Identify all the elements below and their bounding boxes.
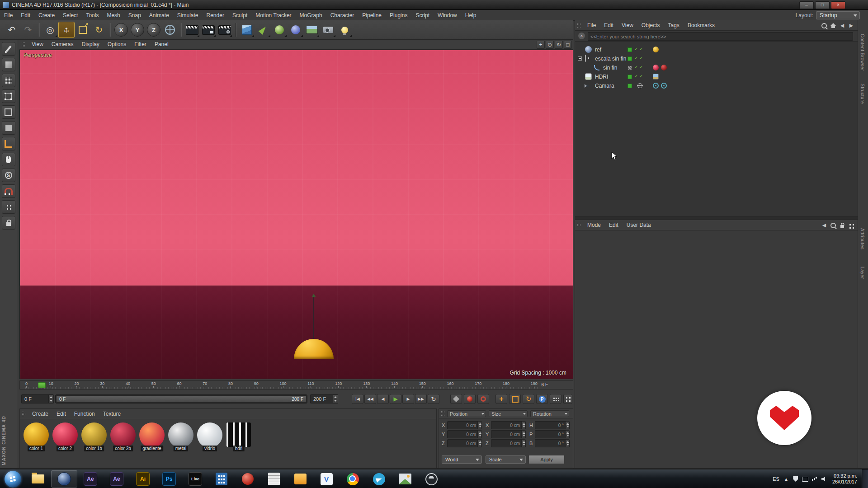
material-swatch[interactable]: [139, 422, 165, 448]
taskbar-after-effects[interactable]: Ae: [77, 470, 104, 488]
attributes-menu-item[interactable]: Mode: [583, 220, 605, 230]
menu-item[interactable]: Render: [203, 10, 228, 20]
menu-item[interactable]: Edit: [17, 10, 34, 20]
play-button[interactable]: ▶: [390, 394, 401, 404]
redo-button[interactable]: ↷: [20, 22, 36, 38]
menu-item[interactable]: MoGraph: [296, 10, 326, 20]
object-row-ref[interactable]: ref ✓ ✓: [575, 45, 858, 54]
taskbar-orange-app[interactable]: [287, 470, 313, 488]
undo-button[interactable]: ↶: [4, 22, 20, 38]
enabled-check-icon[interactable]: ✓: [634, 56, 638, 61]
viewport-canvas[interactable]: Perspective Grid Spacing : 1000 cm: [19, 50, 573, 379]
render-picture-viewer-button[interactable]: [200, 22, 217, 38]
object-manager-menu-item[interactable]: Edit: [600, 20, 618, 30]
taskbar-chrome[interactable]: [340, 470, 366, 488]
size-y-field[interactable]: 0 cm: [491, 430, 526, 438]
render-view-button[interactable]: [184, 22, 200, 38]
menu-item[interactable]: Help: [461, 10, 481, 20]
material-item[interactable]: color 1: [22, 422, 51, 463]
tab-attributes[interactable]: Attributes: [860, 228, 865, 249]
home-icon[interactable]: [830, 22, 837, 29]
taskbar-illustrator[interactable]: Ai: [130, 470, 156, 488]
object-row-hdri[interactable]: HDRI ✓ ✓: [575, 72, 858, 81]
range-end-field[interactable]: 200 F: [310, 394, 338, 404]
taskbar-ableton-live[interactable]: Live: [182, 470, 208, 488]
material-item[interactable]: hdri: [224, 422, 253, 463]
make-editable-button[interactable]: [2, 42, 15, 56]
network-icon[interactable]: [811, 476, 818, 482]
language-indicator[interactable]: ES: [773, 476, 779, 482]
points-mode-button[interactable]: [2, 89, 15, 103]
camera-tag-icon[interactable]: [661, 83, 667, 89]
layer-color-chip[interactable]: [627, 84, 632, 88]
menu-item[interactable]: Simulate: [173, 10, 203, 20]
panel-handle-icon[interactable]: [441, 411, 445, 416]
position-x-field[interactable]: 0 cm: [447, 421, 482, 429]
material-menu-item[interactable]: Create: [28, 409, 52, 419]
add-cube-button[interactable]: [239, 22, 255, 38]
texture-tag-icon[interactable]: [653, 47, 659, 52]
material-swatch[interactable]: [24, 422, 49, 448]
object-search-input[interactable]: [588, 32, 853, 41]
zoom-view-icon[interactable]: ⊙: [546, 41, 554, 49]
move-tool-button[interactable]: ↔↕: [58, 22, 75, 38]
panel-handle-icon[interactable]: [22, 411, 26, 417]
object-label[interactable]: sin fin: [603, 65, 617, 71]
stepper[interactable]: [477, 422, 481, 429]
material-item[interactable]: gradiente: [137, 422, 166, 463]
settings-icon[interactable]: [848, 222, 855, 229]
tab-structure[interactable]: Structure: [860, 84, 865, 104]
preview-range-slider[interactable]: 0 F 200 F: [55, 394, 307, 404]
object-manager-menu-item[interactable]: Objects: [637, 20, 664, 30]
viewport-camera-label[interactable]: Perspective: [24, 52, 52, 58]
panel-splitter[interactable]: [575, 216, 858, 220]
enabled-check-icon[interactable]: ✓: [634, 65, 638, 70]
coordinate-system-button[interactable]: [162, 22, 178, 38]
position-y-field[interactable]: 0 cm: [447, 430, 482, 438]
deformer-button[interactable]: [288, 22, 304, 38]
edges-mode-button[interactable]: [2, 105, 15, 119]
texture-tag-icon[interactable]: [653, 65, 659, 70]
minimize-button[interactable]: [799, 1, 814, 9]
prev-frame-button[interactable]: ◀: [377, 394, 389, 404]
position-z-field[interactable]: 0 cm: [447, 439, 482, 447]
timeline-ruler[interactable]: 0102030405060708090100110120130140150160…: [19, 380, 573, 389]
stepper[interactable]: [565, 431, 569, 438]
menu-item[interactable]: Mesh: [103, 10, 124, 20]
viewport-menu-item[interactable]: Display: [77, 40, 103, 49]
stepper[interactable]: [565, 440, 569, 447]
clear-search-icon[interactable]: ×: [578, 33, 585, 39]
loop-button[interactable]: ↻: [428, 394, 439, 404]
object-manager-menu-item[interactable]: File: [583, 20, 600, 30]
viewport-menu-item[interactable]: Cameras: [47, 40, 78, 49]
object-manager-menu-item[interactable]: View: [618, 20, 637, 30]
stepper[interactable]: [521, 440, 525, 447]
taskbar-notes[interactable]: [261, 470, 287, 488]
material-item[interactable]: color 1b: [80, 422, 108, 463]
object-label[interactable]: escala sin fin: [595, 56, 626, 62]
menu-item[interactable]: File: [0, 10, 17, 20]
show-desktop-button[interactable]: [862, 469, 868, 488]
taskbar-photoshop[interactable]: Ps: [156, 470, 182, 488]
x-axis-lock-button[interactable]: X: [113, 22, 129, 38]
menu-item[interactable]: Window: [434, 10, 461, 20]
taskbar-folder[interactable]: [25, 470, 51, 488]
enabled-check-icon[interactable]: ✓: [639, 74, 643, 79]
taskbar-red-app[interactable]: [235, 470, 261, 488]
record-position-button[interactable]: +: [495, 394, 507, 404]
layer-color-chip[interactable]: [627, 75, 632, 79]
layout-select[interactable]: Startup: [816, 11, 860, 19]
material-swatch[interactable]: [110, 422, 136, 448]
object-manager-menu-item[interactable]: Bookmarks: [684, 20, 719, 30]
rotation-header-select[interactable]: Rotation: [530, 410, 569, 417]
enabled-check-icon[interactable]: ✓: [634, 74, 638, 79]
attributes-menu-item[interactable]: User Data: [623, 220, 655, 230]
coordinate-system-select[interactable]: World: [442, 455, 482, 464]
stepper[interactable]: [521, 431, 525, 438]
camera-button[interactable]: [320, 22, 336, 38]
enabled-check-icon[interactable]: ✓: [639, 56, 643, 61]
material-swatch[interactable]: [226, 422, 251, 447]
size-mode-select[interactable]: Scale: [486, 455, 526, 464]
keyframe-button[interactable]: [450, 394, 462, 404]
menu-item[interactable]: Script: [411, 10, 434, 20]
